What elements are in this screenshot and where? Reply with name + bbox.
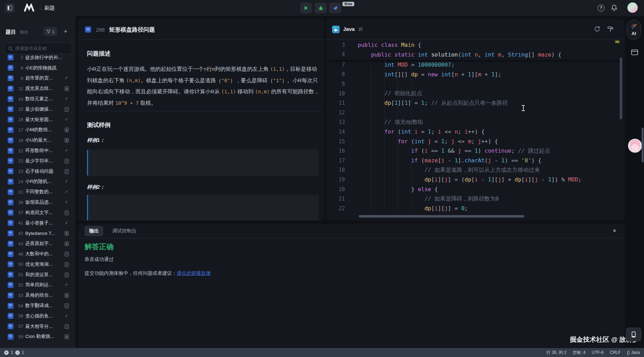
line-number: 13 xyxy=(326,119,345,125)
line-number: 10 xyxy=(326,91,345,97)
problem-list-item[interactable]: 中 56 贪心猫的鱼... xyxy=(0,311,76,321)
difficulty-badge: 中 xyxy=(8,168,14,174)
problem-list-item[interactable]: 中 59 Cion 勒索病... xyxy=(0,332,76,342)
notifications-bell-icon[interactable] xyxy=(611,4,618,11)
problem-list-item[interactable]: 中 50 优化青海湖... xyxy=(0,259,76,270)
reset-code-icon[interactable] xyxy=(594,26,600,32)
help-icon[interactable]: ? xyxy=(598,5,604,11)
problems-summary[interactable]: × 1 ! 1 xyxy=(4,350,24,355)
problem-title: 环形数组中... xyxy=(25,147,64,154)
line-number: 12 xyxy=(326,110,345,116)
code-line[interactable]: 12 xyxy=(326,108,625,118)
problem-number: 15 xyxy=(14,107,25,112)
ai-assistant-button[interactable]: AI xyxy=(627,20,641,40)
problem-list-item[interactable]: 中 17 小M的数组... xyxy=(0,125,76,135)
language-mode[interactable]: {}Java xyxy=(627,350,640,355)
line-number: 3 xyxy=(326,42,345,48)
code-line[interactable]: 18 // 如果是道路，则可以从上方或左方移动过来 xyxy=(326,165,625,175)
problem-list-item[interactable]: 中 53 及格的组合... xyxy=(0,290,76,300)
problem-list-item[interactable]: 中 14 数组元素之... xyxy=(0,94,76,104)
problem-list-item[interactable]: 中 54 数字翻译成... xyxy=(0,300,76,311)
code-line[interactable]: 20 } else { xyxy=(326,185,625,194)
problem-status-icon xyxy=(65,324,69,329)
code-line[interactable]: 22 dp[i][j] = 0; xyxy=(326,204,625,212)
problem-number: 24 xyxy=(14,179,25,184)
problem-list-item[interactable]: 中 51 和的逆运算... xyxy=(0,270,76,280)
problem-number: 6 xyxy=(14,65,25,70)
code-line[interactable]: 10 // 初始化起点 xyxy=(326,89,625,99)
problem-list-item[interactable]: 中 21 环形数组中... xyxy=(0,145,76,156)
code-line[interactable]: 8 int[][] dp = new int[n + 1][m + 1]; xyxy=(326,70,625,79)
sidebar-toggle-button[interactable] xyxy=(5,3,15,13)
problem-list-item[interactable]: 中 15 最少前缀操... xyxy=(0,104,76,114)
close-icon[interactable]: × xyxy=(612,227,616,235)
debug-button[interactable] xyxy=(315,3,327,13)
problem-list-item[interactable]: 中 2 徒步旅行中的补... xyxy=(0,52,76,63)
problem-list-item[interactable]: 中 16 最大矩形面... xyxy=(0,114,76,125)
problem-status-icon xyxy=(65,159,69,163)
eol-setting[interactable]: CRLF xyxy=(610,350,620,355)
vertical-scrollbar[interactable] xyxy=(620,58,622,119)
problem-list-item[interactable]: 中 41 最小替换子... xyxy=(0,218,76,228)
code-line[interactable]: 14 for (int i = 1; i <= n; i++) { xyxy=(326,127,625,137)
indent-setting[interactable]: 空格: 4 xyxy=(573,350,585,356)
user-avatar[interactable] xyxy=(627,2,638,13)
mobile-view-button[interactable] xyxy=(626,328,641,341)
problem-list-item[interactable]: 中 42 Bytedance T... xyxy=(0,228,76,239)
tab-debug-console[interactable]: 调试控制台 xyxy=(112,228,137,234)
code-line[interactable]: 3 public class Main { xyxy=(326,40,625,50)
horizontal-scrollbar[interactable] xyxy=(359,215,524,218)
problem-status-icon xyxy=(65,304,69,308)
language-switch-icon[interactable] xyxy=(358,27,363,31)
code-line[interactable]: 16 if (i == 1 && j == 1) continue; // 跳过… xyxy=(326,146,625,156)
code-line[interactable]: 7 int MOD = 1000000007; xyxy=(326,60,625,70)
problem-list-item[interactable]: 中 22 最少字符串... xyxy=(0,156,76,166)
panel-layout-icon[interactable] xyxy=(631,49,638,56)
search-input[interactable] xyxy=(15,46,67,51)
problem-list-item[interactable]: 中 9 超市里的货... xyxy=(0,73,76,84)
code-line[interactable]: 17 if (maze[i - 1].charAt(j - 1) == '0')… xyxy=(326,156,625,165)
filter-button[interactable]: 1 xyxy=(44,27,57,36)
encoding[interactable]: UTF-8 xyxy=(592,350,603,355)
code-line[interactable]: 13 // 填充dp数组 xyxy=(326,118,625,127)
run-button[interactable] xyxy=(300,3,312,13)
feedback-link[interactable]: 请点此链接反馈 xyxy=(177,270,211,276)
difficulty-badge: 中 xyxy=(8,313,14,319)
code-line[interactable]: 9 xyxy=(326,79,625,89)
code-editor-body[interactable]: 3 public class Main { 4 public static in… xyxy=(326,40,625,220)
problem-status-icon xyxy=(65,148,70,153)
problem-list-item[interactable]: 中 23 石子移动问题 xyxy=(0,166,76,177)
problem-title: 小U的最大... xyxy=(25,137,64,143)
problem-list-item[interactable]: 中 6 小E的怪物挑战 xyxy=(0,63,76,73)
problem-list-item[interactable]: 中 18 小U的最大... xyxy=(0,135,76,145)
cursor-position[interactable]: 行 35, 列 2 xyxy=(547,350,566,356)
problem-list-item[interactable]: 中 11 观光景点组... xyxy=(0,83,76,94)
problem-list-item[interactable]: 中 52 简单四则运... xyxy=(0,280,76,290)
problem-list-item[interactable]: 中 31 不同整数的... xyxy=(0,187,76,197)
problem-count: 610 xyxy=(20,29,28,35)
problem-list-item[interactable]: 中 24 小R的随机... xyxy=(0,177,76,187)
problem-title: 超市里的货... xyxy=(25,75,64,81)
submit-button[interactable] xyxy=(329,3,341,13)
problem-status-icon xyxy=(65,334,69,339)
tab-output[interactable]: 输出 xyxy=(85,226,103,236)
problem-list-item[interactable]: 中 37 构造回文字... xyxy=(0,207,76,218)
code-line[interactable]: 19 dp[i][j] = (dp[i - 1][j] + dp[i][j - … xyxy=(326,175,625,185)
code-line[interactable]: 11 dp[1][1] = 1; // 从起点到起点只有一条路径 xyxy=(326,98,625,108)
format-code-icon[interactable] xyxy=(607,26,613,32)
juejin-logo-icon[interactable] xyxy=(22,3,36,12)
sample2-code-block xyxy=(87,195,319,220)
code-line[interactable]: 4 public static int solution(int n, int … xyxy=(326,50,625,60)
problem-list-item[interactable]: 中 57 最大相等分... xyxy=(0,321,76,332)
code-line[interactable]: 21 // 如果是障碍，则路径数为0 xyxy=(326,194,625,204)
code-text: // 如果是障碍，则路径数为0 xyxy=(345,195,499,203)
editor-header: Java xyxy=(326,19,625,40)
code-line[interactable]: 15 for (int j = 1; j <= m; j++) { xyxy=(326,137,625,146)
problem-list-item[interactable]: 中 36 饭馆菜品选... xyxy=(0,197,76,207)
problem-title: 最小替换子... xyxy=(25,220,64,226)
problem-list-item[interactable]: 中 43 还原原始字... xyxy=(0,238,76,249)
problem-list-item[interactable]: 中 46 大数和中的... xyxy=(0,249,76,259)
assistant-avatar[interactable] xyxy=(628,139,642,153)
page-scrollbar[interactable] xyxy=(642,128,644,162)
add-button[interactable]: + xyxy=(61,27,70,36)
